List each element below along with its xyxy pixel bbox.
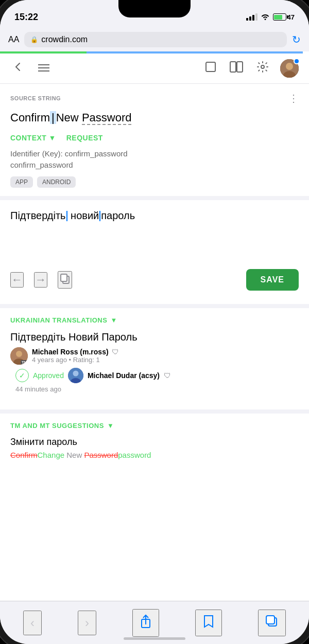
source-word-2: New — [56, 111, 79, 124]
suggestion-match: ConfirmChange New Passwordpassword — [10, 451, 299, 459]
toolbar-right — [203, 59, 299, 78]
copy-source-button[interactable] — [58, 271, 72, 289]
tag-android: ANDROID — [37, 176, 76, 188]
context-tab[interactable]: CONTEXT ▼ — [10, 134, 56, 142]
signal-bar-3 — [252, 15, 254, 21]
svg-rect-4 — [230, 62, 236, 72]
translation-section[interactable]: Підтвердіть новийпароль ← → SAVE — [0, 200, 309, 304]
request-tab[interactable]: REQUEST — [66, 134, 103, 142]
save-button[interactable]: SAVE — [246, 269, 299, 291]
divider-3 — [0, 409, 309, 414]
browser-bar: AA 🔒 crowdin.com ↻ — [0, 28, 309, 51]
status-icons: 47 — [246, 13, 295, 22]
source-highlight-2: Password — [82, 111, 132, 125]
suggestion-deleted-text: Confirm — [10, 451, 38, 459]
progress-green — [0, 51, 87, 53]
suggestion-text: Змінити пароль — [10, 437, 299, 448]
suggestion-deleted-text-2: Password — [84, 451, 118, 459]
menu-button[interactable] — [36, 60, 52, 77]
suggestions-header[interactable]: TM AND MT SUGGESTIONS ▼ — [10, 422, 299, 430]
divider-2 — [0, 304, 309, 308]
battery-icon: 47 — [273, 13, 295, 21]
progress-blue — [87, 51, 303, 53]
home-indicator — [124, 637, 185, 640]
context-chevron-icon: ▼ — [48, 134, 56, 142]
ukrainian-translations-header[interactable]: UKRAINIAN TRANSLATIONS ▼ — [10, 316, 299, 324]
approved-row: ✓ Approved Michael Dudar (acsy) 🛡 — [15, 368, 299, 383]
translation-item-text: Підтвердіть Новий Пароль — [10, 331, 299, 343]
shield-icon: 🛡 — [112, 348, 119, 356]
translation-cursor-1 — [66, 211, 67, 221]
user-meta: 4 years ago • Rating: 1 — [32, 356, 119, 364]
browser-back-button[interactable]: ‹ — [23, 611, 42, 635]
translation-nav-tools: ← → — [10, 271, 72, 289]
status-time: 15:22 — [14, 12, 38, 23]
browser-bookmarks-button[interactable] — [195, 610, 222, 636]
svg-point-13 — [16, 351, 22, 357]
translation-word-1: Підтвердіть — [10, 210, 66, 221]
source-highlight-1: | — [50, 111, 56, 124]
source-string-section: SOURCE STRING ⋮ Confirm|New Password CON… — [0, 84, 309, 196]
reload-button[interactable]: ↻ — [292, 33, 301, 46]
translation-word-2: новий — [68, 210, 99, 221]
request-tab-label: REQUEST — [66, 134, 103, 142]
signal-bar-2 — [249, 16, 251, 21]
layout-split-button[interactable] — [228, 59, 245, 78]
svg-point-6 — [261, 65, 264, 68]
suggestions-chevron-icon: ▼ — [107, 422, 114, 430]
lock-icon: 🔒 — [30, 36, 38, 43]
user-name: Michael Ross (m.ross) — [32, 348, 109, 356]
suggestion-item: Змінити пароль ConfirmChange New Passwor… — [10, 437, 299, 459]
toolbar-left — [10, 59, 52, 78]
main-content: SOURCE STRING ⋮ Confirm|New Password CON… — [0, 84, 309, 632]
tags-row: APP ANDROID — [10, 176, 299, 188]
prev-string-button[interactable]: ← — [10, 272, 24, 288]
svg-point-16 — [73, 370, 78, 376]
avatar-notification-dot — [294, 58, 300, 64]
next-string-button[interactable]: → — [34, 272, 47, 288]
svg-rect-11 — [61, 274, 67, 281]
ukrainian-translations-chevron-icon: ▼ — [110, 316, 117, 324]
battery-percent: 47 — [287, 13, 295, 21]
svg-rect-3 — [206, 62, 215, 71]
browser-aa-button[interactable]: AA — [8, 35, 19, 44]
translation-item: Підтвердіть Новий Пароль TM Michael Ross… — [10, 331, 299, 393]
status-bar: 15:22 47 — [0, 0, 309, 28]
divider-1 — [0, 196, 309, 200]
translation-cursor-2 — [99, 211, 100, 221]
suggestions-section: TM AND MT SUGGESTIONS ▼ Змінити пароль C… — [0, 414, 309, 463]
source-word-1: Confirm — [10, 111, 50, 124]
approver-avatar — [68, 368, 83, 383]
suggestions-label: TM AND MT SUGGESTIONS — [10, 422, 104, 430]
more-options-button[interactable]: ⋮ — [288, 92, 299, 104]
avatar[interactable] — [280, 59, 299, 78]
context-identifier: Identifier (Key): confirm_password confi… — [10, 148, 299, 171]
source-text: Confirm|New Password — [10, 111, 299, 126]
layout-single-button[interactable] — [203, 59, 218, 78]
time-approved: 44 minutes ago — [15, 385, 299, 393]
svg-rect-21 — [266, 616, 274, 624]
browser-tabs-button[interactable] — [258, 610, 286, 636]
suggestion-added-text: Change — [38, 451, 65, 459]
signal-bar-1 — [246, 18, 248, 21]
translation-input-field[interactable]: Підтвердіть новийпароль — [10, 208, 299, 223]
browser-share-button[interactable] — [132, 609, 159, 637]
source-string-label: SOURCE STRING — [10, 95, 61, 101]
ukrainian-translations-section: UKRAINIAN TRANSLATIONS ▼ Підтвердіть Нов… — [0, 308, 309, 409]
approver-shield-icon: 🛡 — [164, 371, 171, 380]
wifi-icon — [261, 13, 270, 22]
approved-text: Approved — [33, 371, 64, 380]
suggestion-unchanged-text: New — [64, 451, 84, 459]
url-bar[interactable]: 🔒 crowdin.com — [24, 32, 287, 47]
translation-word-3: пароль — [101, 210, 135, 221]
tm-badge: TM — [21, 360, 28, 365]
app-toolbar — [0, 53, 309, 84]
approved-check-icon: ✓ — [15, 369, 29, 382]
ukrainian-translations-label: UKRAINIAN TRANSLATIONS — [10, 316, 107, 324]
settings-button[interactable] — [254, 59, 271, 78]
context-tab-label: CONTEXT — [10, 134, 46, 142]
browser-forward-button[interactable]: › — [78, 611, 96, 635]
back-button[interactable] — [10, 59, 26, 78]
user-info: Michael Ross (m.ross) 🛡 4 years ago • Ra… — [32, 348, 119, 364]
notch — [118, 0, 191, 17]
